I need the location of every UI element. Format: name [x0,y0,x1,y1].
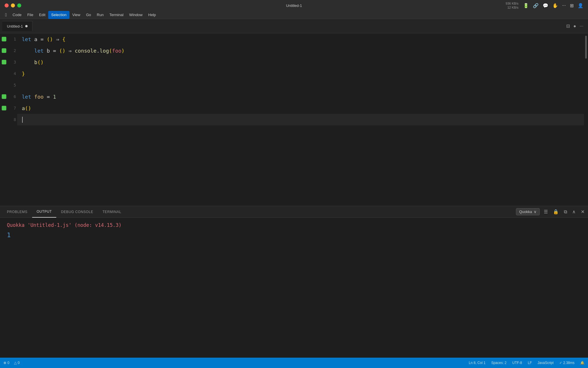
more-actions-icon[interactable]: ··· [580,24,583,29]
gutter-row-7: 7 [0,102,17,114]
panel-tab-bar: PROBLEMS OUTPUT DEBUG CONSOLE TERMINAL Q… [0,206,588,218]
gutter-row-6: 6 [0,91,17,102]
language-mode[interactable]: JavaScript [537,361,554,365]
maximize-button[interactable] [17,3,21,7]
menu-terminal[interactable]: Terminal [107,11,126,19]
menu-go[interactable]: Go [83,11,94,19]
system-icons: 🔋 🔗 💬 ✋ ··· ⊞ 👤 [523,3,583,8]
tab-bar: Untitled-1 ⊟ ● ··· [0,19,588,33]
chevron-down-icon: ∨ [534,210,537,214]
dot-icon: ● [573,24,576,29]
output-source-dropdown[interactable]: Quokka ∨ [516,208,540,215]
tab-list: Untitled-1 [2,21,32,31]
status-bar: ⊗ 0 △ 0 Ln 8, Col 1 Spaces: 2 UTF-8 LF J… [0,358,588,368]
editor-gutter: 1 2 3 4 5 6 7 8 [0,33,17,206]
menu-help[interactable]: Help [145,11,159,19]
error-icon: ⊗ [3,361,6,365]
quokka-timing[interactable]: ✓ 2.38ms [559,361,575,365]
status-right: Ln 8, Col 1 Spaces: 2 UTF-8 LF JavaScrip… [469,361,585,365]
gutter-row-1: 1 [0,33,17,45]
menu-file[interactable]: File [24,11,36,19]
tab-terminal[interactable]: TERMINAL [98,206,126,218]
warnings-count[interactable]: △ 0 [14,361,20,365]
tab-output[interactable]: OUTPUT [32,206,57,218]
breakpoint-3[interactable] [2,60,6,64]
output-content: Quokka 'Untitled-1.js' (node: v14.15.3) … [0,218,588,358]
gutter-row-4: 4 [0,68,17,79]
menu-bar:  Code File Edit Selection View Go Run T… [0,11,588,19]
menu-selection[interactable]: Selection [48,11,69,19]
code-line-2: let b = () ⇒ console . log ( foo ) [17,45,584,56]
collapse-panel-icon[interactable]: ∧ [571,208,577,216]
menu-window[interactable]: Window [126,11,145,19]
code-line-4: } [17,68,584,79]
indentation[interactable]: Spaces: 2 [491,361,506,365]
minimize-button[interactable] [11,3,15,7]
gutter-row-5: 5 [0,79,17,91]
line-number-8: 8 [8,117,16,122]
code-line-5 [17,79,584,91]
tab-actions: ⊟ ● ··· [566,23,586,29]
window-title: Untitled-1 [286,3,302,8]
editor-scrollbar[interactable] [584,33,588,206]
gutter-row-8: 8 [0,114,17,125]
tab-untitled-1[interactable]: Untitled-1 [2,21,32,31]
split-editor-icon[interactable]: ⊟ [566,23,570,29]
panel-tabs-list: PROBLEMS OUTPUT DEBUG CONSOLE TERMINAL [2,206,126,218]
close-panel-icon[interactable]: ✕ [580,208,586,216]
close-button[interactable] [5,3,9,7]
line-number-6: 6 [8,94,16,99]
scrollbar-thumb[interactable] [585,36,587,59]
tab-debug-console[interactable]: DEBUG CONSOLE [56,206,98,218]
window-controls [5,3,21,7]
more-icon[interactable]: ··· [562,3,566,8]
title-bar-right: 936 KB/s12 KB/s 🔋 🔗 💬 ✋ ··· ⊞ 👤 [506,1,583,10]
encoding[interactable]: UTF-8 [512,361,522,365]
code-line-6: let foo = 1 [17,91,584,102]
status-left: ⊗ 0 △ 0 [3,361,20,365]
copy-icon[interactable]: ⧉ [563,208,568,216]
breakpoint-1[interactable] [2,37,6,41]
breakpoint-7[interactable] [2,106,6,110]
notifications-icon[interactable]: 🔔 [580,361,585,365]
battery-icon: 🔋 [523,3,529,8]
code-editor[interactable]: let a = () ⇒ { let b = () ⇒ console . lo… [17,33,584,206]
title-bar: Untitled-1 936 KB/s12 KB/s 🔋 🔗 💬 ✋ ··· ⊞… [0,0,588,11]
line-number-4: 4 [8,71,16,76]
menu-edit[interactable]: Edit [36,11,48,19]
line-number-5: 5 [8,83,16,87]
gutter-row-2: 2 [0,45,17,56]
filter-icon[interactable]: ☰ [543,208,549,216]
errors-count[interactable]: ⊗ 0 [3,361,9,365]
chat-icon: 💬 [543,3,548,8]
output-panel: PROBLEMS OUTPUT DEBUG CONSOLE TERMINAL Q… [0,206,588,358]
code-line-3: b () [17,56,584,68]
lock-icon[interactable]: 🔒 [552,208,560,216]
control-center-icon[interactable]: ⊞ [570,3,574,8]
tab-unsaved-indicator [25,25,28,27]
user-icon[interactable]: 👤 [578,3,583,8]
panel-actions: Quokka ∨ ☰ 🔒 ⧉ ∧ ✕ [516,208,586,216]
tab-label: Untitled-1 [7,24,23,28]
wifi-icon: 🔗 [533,3,539,8]
eol[interactable]: LF [528,361,532,365]
breakpoint-4[interactable] [2,71,6,76]
line-number-2: 2 [8,48,16,53]
warning-icon: △ [14,361,17,365]
tab-problems[interactable]: PROBLEMS [2,206,32,218]
menu-run[interactable]: Run [94,11,107,19]
code-line-7: a () [17,102,584,114]
breakpoint-8[interactable] [2,117,6,122]
code-line-1: let a = () ⇒ { [17,33,584,45]
breakpoint-6[interactable] [2,94,6,99]
network-stats: 936 KB/s12 KB/s [506,1,519,10]
menu-code[interactable]: Code [10,11,24,19]
menu-view[interactable]: View [69,11,83,19]
breakpoint-5[interactable] [2,83,6,87]
breakpoint-2[interactable] [2,48,6,53]
output-line-2: 1 [7,231,581,239]
dropdown-label: Quokka [519,210,532,214]
apple-menu[interactable]:  [2,11,10,19]
cursor-position[interactable]: Ln 8, Col 1 [469,361,486,365]
line-number-7: 7 [8,106,16,110]
